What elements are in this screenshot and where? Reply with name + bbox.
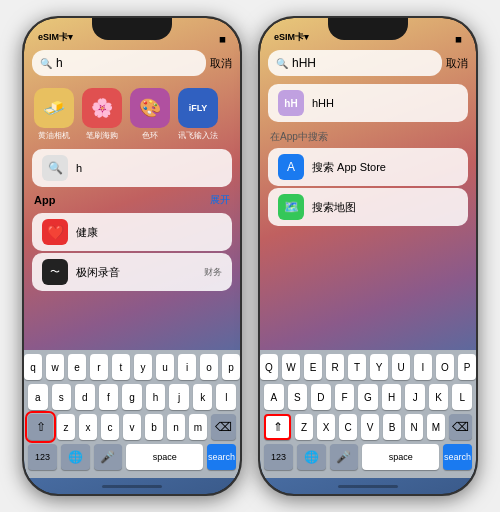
key-F[interactable]: F — [335, 384, 355, 410]
key-a[interactable]: a — [28, 384, 48, 410]
battery-2: ◼ — [455, 35, 462, 44]
key-m[interactable]: m — [189, 414, 207, 440]
key-A[interactable]: A — [264, 384, 284, 410]
search-bar-1[interactable]: 🔍 h — [32, 50, 206, 76]
key-d[interactable]: d — [75, 384, 95, 410]
key-row-1-3: ⇧ z x c v b n m ⌫ — [28, 414, 236, 440]
app-icon-ifly[interactable]: iFLY 讯飞输入法 — [178, 88, 218, 141]
key-K[interactable]: K — [429, 384, 449, 410]
key-globe-1[interactable]: 🌐 — [61, 444, 90, 470]
key-r[interactable]: r — [90, 354, 108, 380]
key-y[interactable]: y — [134, 354, 152, 380]
app-voice[interactable]: 〜 极闲录音 财务 — [32, 253, 232, 291]
key-B[interactable]: B — [383, 414, 401, 440]
key-P[interactable]: P — [458, 354, 476, 380]
key-R[interactable]: R — [326, 354, 344, 380]
cancel-btn-2[interactable]: 取消 — [446, 56, 468, 71]
keyboard-2: Q W E R T Y U I O P A S D F G H J K — [260, 350, 476, 478]
key-row-1-4: 123 🌐 🎤 space search — [28, 444, 236, 470]
result-appstore[interactable]: A 搜索 App Store — [268, 148, 468, 186]
key-S[interactable]: S — [288, 384, 308, 410]
result-hhh-name: hHH — [312, 97, 458, 109]
key-C[interactable]: C — [339, 414, 357, 440]
key-b[interactable]: b — [145, 414, 163, 440]
key-Z[interactable]: Z — [295, 414, 313, 440]
key-h[interactable]: h — [146, 384, 166, 410]
key-W[interactable]: W — [282, 354, 300, 380]
key-q[interactable]: q — [24, 354, 42, 380]
search-value-1: h — [56, 56, 198, 70]
key-U[interactable]: U — [392, 354, 410, 380]
key-e[interactable]: e — [68, 354, 86, 380]
key-globe-2[interactable]: 🌐 — [297, 444, 326, 470]
search-bar-wrapper-2: 🔍 hHH 取消 — [268, 50, 468, 76]
key-row-1-2: a s d f g h j k l — [28, 384, 236, 410]
key-i[interactable]: i — [178, 354, 196, 380]
key-search-1[interactable]: search — [207, 444, 236, 470]
key-mic-2[interactable]: 🎤 — [330, 444, 359, 470]
app-voice-meta: 财务 — [204, 266, 222, 279]
key-u[interactable]: u — [156, 354, 174, 380]
suggestion-text-h: h — [76, 162, 222, 174]
key-123-1[interactable]: 123 — [28, 444, 57, 470]
key-Y[interactable]: Y — [370, 354, 388, 380]
key-backspace-2[interactable]: ⌫ — [449, 414, 472, 440]
cancel-btn-1[interactable]: 取消 — [210, 56, 232, 71]
app-icon-camera[interactable]: 🧈 黄油相机 — [34, 88, 74, 141]
key-H[interactable]: H — [382, 384, 402, 410]
app-icon-brush[interactable]: 🌸 笔刷海购 — [82, 88, 122, 141]
key-x[interactable]: x — [79, 414, 97, 440]
app-health[interactable]: ❤️ 健康 — [32, 213, 232, 251]
suggestion-h[interactable]: 🔍 h — [32, 149, 232, 187]
key-J[interactable]: J — [405, 384, 425, 410]
key-L[interactable]: L — [452, 384, 472, 410]
key-z[interactable]: z — [57, 414, 75, 440]
key-V[interactable]: V — [361, 414, 379, 440]
keyboard-1: q w e r t y u i o p a s d f g h j k — [24, 350, 240, 478]
search-bar-2[interactable]: 🔍 hHH — [268, 50, 442, 76]
content-area-1: 🧈 黄油相机 🌸 笔刷海购 🎨 色环 iFLY 讯飞输入法 — [24, 82, 240, 350]
key-n[interactable]: n — [167, 414, 185, 440]
key-I[interactable]: I — [414, 354, 432, 380]
shift-key-2[interactable]: ⇑ — [264, 414, 291, 440]
key-j[interactable]: j — [169, 384, 189, 410]
key-123-2[interactable]: 123 — [264, 444, 293, 470]
key-row-2-4: 123 🌐 🎤 space search — [264, 444, 472, 470]
key-G[interactable]: G — [358, 384, 378, 410]
key-l[interactable]: l — [216, 384, 236, 410]
key-O[interactable]: O — [436, 354, 454, 380]
key-row-1-1: q w e r t y u i o p — [28, 354, 236, 380]
result-hhh-app[interactable]: hH hHH — [268, 84, 468, 122]
key-T[interactable]: T — [348, 354, 366, 380]
key-N[interactable]: N — [405, 414, 423, 440]
shift-key-1[interactable]: ⇧ — [28, 414, 53, 440]
key-search-2[interactable]: search — [443, 444, 472, 470]
search-icon-1: 🔍 — [40, 58, 52, 69]
key-f[interactable]: f — [99, 384, 119, 410]
key-mic-1[interactable]: 🎤 — [94, 444, 123, 470]
key-Q[interactable]: Q — [260, 354, 278, 380]
key-backspace[interactable]: ⌫ — [211, 414, 236, 440]
key-c[interactable]: c — [101, 414, 119, 440]
key-o[interactable]: o — [200, 354, 218, 380]
key-p[interactable]: p — [222, 354, 240, 380]
result-maps-name: 搜索地图 — [312, 200, 458, 215]
key-s[interactable]: s — [52, 384, 72, 410]
result-maps[interactable]: 🗺️ 搜索地图 — [268, 188, 468, 226]
key-X[interactable]: X — [317, 414, 335, 440]
section-action-app[interactable]: 展开 — [210, 193, 230, 207]
key-space-2[interactable]: space — [362, 444, 439, 470]
key-w[interactable]: w — [46, 354, 64, 380]
home-indicator-2 — [338, 485, 398, 488]
key-t[interactable]: t — [112, 354, 130, 380]
search-icon-2: 🔍 — [276, 58, 288, 69]
key-k[interactable]: k — [193, 384, 213, 410]
app-icon-color[interactable]: 🎨 色环 — [130, 88, 170, 141]
key-M[interactable]: M — [427, 414, 445, 440]
key-v[interactable]: v — [123, 414, 141, 440]
key-E[interactable]: E — [304, 354, 322, 380]
key-space-1[interactable]: space — [126, 444, 203, 470]
key-g[interactable]: g — [122, 384, 142, 410]
section-label-inapp: 在App中搜索 — [260, 124, 476, 146]
key-D[interactable]: D — [311, 384, 331, 410]
